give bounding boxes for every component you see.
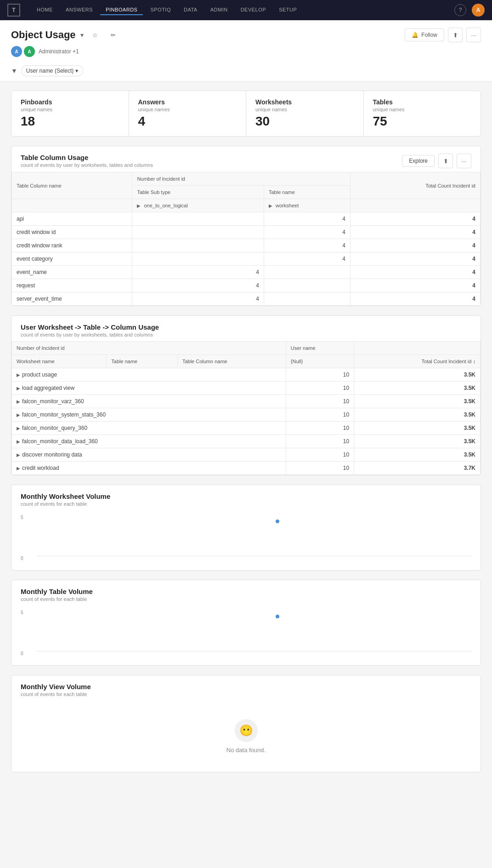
page-title-row: Object Usage ▾ ☆ ✏ 🔔 Follow ⬆ ··· [11, 28, 481, 42]
filter-row: ▼ User name (Select) ▾ [11, 61, 481, 81]
user-avatar[interactable]: A [472, 4, 485, 17]
table-column-usage-subtitle: count of events by user by worksheets, t… [21, 162, 153, 168]
col-name-cell: event_name [12, 266, 132, 279]
nav-item-home[interactable]: HOME [31, 5, 58, 15]
table-row: ▶product usage 10 3.5K [12, 368, 481, 382]
worksheet-name-cell: ▶load aggregated view [12, 382, 286, 395]
monthly-view-title: Monthly View Volume [21, 683, 91, 691]
col-name-cell: server_event_time [12, 292, 132, 306]
nav-items: HOME ANSWERS PINBOARDS SPOTIQ DATA ADMIN… [31, 5, 454, 15]
title-dropdown-icon[interactable]: ▾ [80, 31, 84, 39]
table-row: event category 4 4 [12, 252, 481, 266]
username-filter[interactable]: User name (Select) ▾ [21, 65, 83, 76]
app-logo[interactable]: T [7, 4, 20, 17]
worksheet-cell: 4 [264, 226, 351, 239]
null-val-cell: 10 [286, 435, 354, 448]
col-subheader-table-col-name: Table Column name [177, 355, 286, 368]
monthly-worksheet-subtitle: count of events for each table [21, 501, 110, 507]
total-cell: 3.5K [354, 395, 481, 408]
table-row: ▶falcon_monitor_query_360 10 3.5K [12, 422, 481, 435]
one-to-one-cell [132, 212, 264, 226]
null-val-cell: 10 [286, 408, 354, 422]
section-header-table-column: Table Column Usage count of events by us… [11, 146, 481, 172]
follow-label: Follow [421, 32, 437, 38]
edit-button[interactable]: ✏ [107, 28, 120, 42]
one-to-one-cell: 4 [132, 266, 264, 279]
filter-dropdown-icon: ▾ [75, 68, 78, 74]
monthly-view-subtitle: count of events for each table [21, 691, 91, 697]
worksheet-cell: 4 [264, 239, 351, 252]
more-icon: ··· [471, 32, 476, 39]
col-subheader-worksheet: ▶ worksheet [264, 199, 351, 212]
empty-icon: 😶 [235, 719, 258, 742]
monthly-table-chart: 5 0 [11, 605, 481, 665]
total-cell: 3.5K [354, 382, 481, 395]
star-icon: ☆ [92, 32, 98, 39]
col-name-cell: event category [12, 252, 132, 266]
worksheet-cell [264, 292, 351, 306]
total-cell: 4 [350, 239, 480, 252]
more-button[interactable]: ··· [457, 154, 471, 168]
col-subheader-null: {Null} [286, 355, 354, 368]
author-avatar-a: A [11, 46, 22, 57]
more-options-button[interactable]: ··· [466, 28, 481, 42]
table-row: ▶falcon_monitor_system_stats_360 10 3.5K [12, 408, 481, 422]
one-to-one-cell [132, 226, 264, 239]
sort-icon[interactable]: ↕ [473, 359, 476, 364]
explore-button[interactable]: Explore [402, 155, 435, 167]
section-title-area: Table Column Usage count of events by us… [21, 154, 153, 168]
worksheet-name-cell: ▶falcon_monitor_query_360 [12, 422, 286, 435]
table-row: credit window id 4 4 [12, 226, 481, 239]
worksheet-cell: 4 [264, 252, 351, 266]
download-button[interactable]: ⬆ [438, 154, 453, 168]
user-worksheet-usage-title: User Worksheet -> Table -> Column Usage [21, 323, 159, 331]
nav-item-data[interactable]: DATA [178, 5, 203, 15]
empty-label: No data found. [226, 747, 266, 754]
nav-right: ? A [454, 4, 485, 17]
table-row: ▶falcon_monitor_data_load_360 10 3.5K [12, 435, 481, 448]
stat-number-answers: 4 [138, 114, 237, 129]
nav-item-setup[interactable]: SETUP [273, 5, 302, 15]
monthly-table-subtitle: count of events for each table [21, 596, 93, 602]
author-avatar-b: A [24, 46, 35, 57]
col-name-cell: api [12, 212, 132, 226]
total-cell: 4 [350, 212, 480, 226]
one-to-one-cell [132, 252, 264, 266]
one-to-one-cell [132, 239, 264, 252]
star-button[interactable]: ☆ [88, 28, 102, 42]
chart-y-bottom-2: 0 [21, 651, 23, 656]
nav-item-develop[interactable]: DEVELOP [235, 5, 271, 15]
share-button[interactable]: ⬆ [448, 28, 463, 42]
stat-card-worksheets: Worksheets unique names 30 [246, 91, 364, 136]
nav-item-answers[interactable]: ANSWERS [60, 5, 98, 15]
worksheet-name-cell: ▶discover monitoring data [12, 448, 286, 462]
section-title-area-5: Monthly View Volume count of events for … [21, 683, 91, 697]
stat-subtitle-worksheets: unique names [255, 107, 354, 112]
nav-item-spotiq[interactable]: SPOTIQ [145, 5, 176, 15]
page-title: Object Usage [11, 29, 76, 41]
table-row: api 4 4 [12, 212, 481, 226]
total-cell: 3.5K [354, 368, 481, 382]
col-subheader-table-name: Table name [264, 186, 351, 199]
stat-cards: Pinboards unique names 18 Answers unique… [11, 91, 481, 137]
expand-arrow-worksheet[interactable]: ▶ [269, 203, 272, 208]
total-cell: 4 [350, 279, 480, 292]
worksheet-cell [264, 266, 351, 279]
null-val-cell: 10 [286, 395, 354, 408]
nav-item-pinboards[interactable]: PINBOARDS [100, 5, 143, 15]
section-title-area-4: Monthly Table Volume count of events for… [21, 588, 93, 602]
expand-arrow-one-to-one[interactable]: ▶ [137, 203, 141, 208]
null-val-cell: 10 [286, 382, 354, 395]
help-button[interactable]: ? [454, 4, 466, 16]
col-subheader-total-count: Total Count Incident id ↕ [354, 355, 481, 368]
null-val-cell: 10 [286, 422, 354, 435]
section-header-monthly-view: Monthly View Volume count of events for … [11, 675, 481, 701]
follow-button[interactable]: 🔔 Follow [405, 29, 444, 41]
chart-y-top-2: 5 [21, 610, 23, 615]
table-row: credit window rank 4 4 [12, 239, 481, 252]
total-cell: 4 [350, 226, 480, 239]
total-cell: 4 [350, 252, 480, 266]
user-worksheet-table: Number of Incident id User name Workshee… [11, 341, 481, 475]
nav-item-admin[interactable]: ADMIN [205, 5, 233, 15]
stat-subtitle-pinboards: unique names [21, 107, 119, 112]
